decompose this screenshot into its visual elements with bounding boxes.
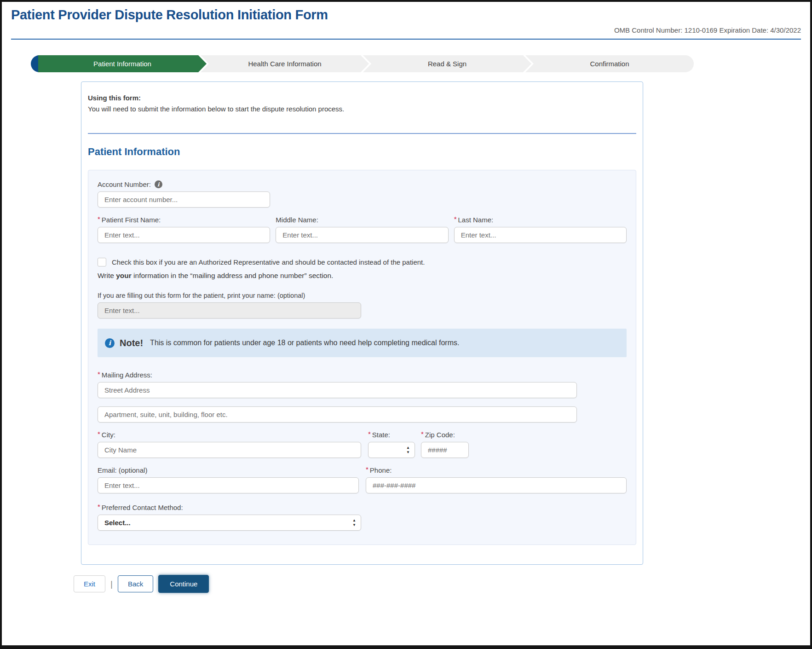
- preferred-contact-select[interactable]: Select... ▲ ▼: [98, 515, 361, 531]
- print-name-input[interactable]: [98, 302, 361, 319]
- required-asterisk: *: [98, 216, 100, 222]
- authorized-rep-checkbox[interactable]: [98, 258, 106, 267]
- first-name-input[interactable]: [98, 227, 270, 243]
- info-icon: i: [105, 338, 115, 348]
- spinner-up-icon: ▲: [352, 519, 356, 522]
- step-health-care-information[interactable]: Health Care Information: [201, 55, 369, 72]
- spinner-up-icon: ▲: [406, 446, 410, 449]
- zip-code-label: Zip Code:: [425, 431, 455, 439]
- preferred-contact-value: Select...: [104, 519, 131, 527]
- print-name-label: If you are filling out this form for the…: [98, 292, 627, 299]
- phone-label: Phone:: [370, 466, 392, 474]
- page-header: Patient Provider Dispute Resolution Init…: [2, 2, 810, 40]
- zip-code-input[interactable]: [421, 442, 469, 458]
- spinner-icon: ▲ ▼: [406, 446, 410, 454]
- footer-actions: Exit | Back Continue: [74, 575, 810, 593]
- spinner-down-icon: ▼: [352, 523, 356, 527]
- page-title: Patient Provider Dispute Resolution Init…: [11, 7, 801, 23]
- step-patient-information[interactable]: Patient Information: [38, 55, 207, 72]
- required-asterisk: *: [421, 431, 424, 437]
- middle-name-input[interactable]: [276, 227, 448, 243]
- city-state-zip-row: * City: * State: ▲ ▼: [98, 431, 627, 458]
- apartment-suite-input[interactable]: [98, 406, 577, 423]
- omb-control-text: OMB Control Number: 1210-0169 Expiration…: [11, 26, 801, 34]
- step-label: Confirmation: [590, 60, 629, 68]
- first-name-label: Patient First Name:: [102, 216, 161, 224]
- header-divider: [11, 39, 801, 40]
- last-name-label: Last Name:: [458, 216, 494, 224]
- state-label: State:: [372, 431, 390, 439]
- note-banner: i Note! This is common for patients unde…: [98, 329, 627, 357]
- name-fields-row: * Patient First Name: Middle Name: * Las…: [98, 216, 627, 243]
- last-name-input[interactable]: [454, 227, 627, 243]
- info-icon[interactable]: i: [155, 180, 162, 188]
- using-this-form-text: You will need to submit the information …: [88, 105, 636, 113]
- account-number-input[interactable]: [98, 191, 270, 208]
- spinner-down-icon: ▼: [406, 451, 410, 454]
- patient-information-heading: Patient Information: [88, 146, 636, 158]
- authorized-rep-checkbox-row: Check this box if you are an Authorized …: [98, 258, 627, 267]
- note-body: This is common for patients under age 18…: [150, 339, 459, 347]
- required-asterisk: *: [98, 431, 100, 437]
- middle-name-label: Middle Name:: [276, 216, 318, 224]
- preferred-contact-block: * Preferred Contact Method: Select... ▲ …: [98, 504, 627, 531]
- state-select[interactable]: ▲ ▼: [368, 442, 415, 458]
- email-phone-row: Email: (optional) * Phone:: [98, 466, 627, 493]
- step-label: Patient Information: [93, 60, 151, 68]
- progress-stepper: Patient Information Health Care Informat…: [31, 55, 694, 72]
- note-title: Note!: [120, 338, 143, 348]
- patient-information-panel: Account Number: i * Patient First Name: …: [88, 170, 636, 545]
- phone-input[interactable]: [366, 477, 627, 493]
- required-asterisk: *: [454, 216, 457, 222]
- exit-button[interactable]: Exit: [74, 575, 105, 592]
- preferred-contact-label: Preferred Contact Method:: [102, 504, 183, 511]
- back-button[interactable]: Back: [118, 575, 153, 592]
- city-label: City:: [102, 431, 115, 439]
- authorized-rep-checkbox-label: Check this box if you are an Authorized …: [112, 258, 425, 266]
- mailing-address-label-row: * Mailing Address:: [98, 371, 627, 379]
- note-prefix: Write: [98, 272, 114, 279]
- email-input[interactable]: [98, 477, 359, 493]
- button-separator: |: [110, 579, 113, 589]
- step-confirmation[interactable]: Confirmation: [525, 55, 694, 72]
- step-label: Health Care Information: [248, 60, 321, 68]
- account-number-label: Account Number:: [98, 180, 151, 188]
- main-card: Using this form: You will need to submit…: [81, 81, 643, 565]
- step-label: Read & Sign: [428, 60, 466, 68]
- mailing-address-label: Mailing Address:: [102, 371, 152, 379]
- spinner-icon: ▲ ▼: [352, 519, 356, 527]
- note-suffix: information in the “mailing address and …: [133, 272, 333, 279]
- required-asterisk: *: [98, 371, 100, 377]
- card-divider: [88, 133, 636, 134]
- using-this-form-heading: Using this form:: [88, 94, 636, 102]
- required-asterisk: *: [366, 466, 369, 473]
- required-asterisk: *: [368, 431, 371, 437]
- city-input[interactable]: [98, 442, 361, 458]
- authorized-rep-note: Write your information in the “mailing a…: [98, 272, 627, 280]
- step-read-and-sign[interactable]: Read & Sign: [363, 55, 531, 72]
- account-number-label-row: Account Number: i: [98, 180, 627, 188]
- required-asterisk: *: [98, 504, 100, 510]
- email-label: Email: (optional): [98, 466, 147, 474]
- continue-button[interactable]: Continue: [158, 575, 209, 593]
- note-bold-word: your: [116, 272, 132, 279]
- street-address-input[interactable]: [98, 382, 577, 398]
